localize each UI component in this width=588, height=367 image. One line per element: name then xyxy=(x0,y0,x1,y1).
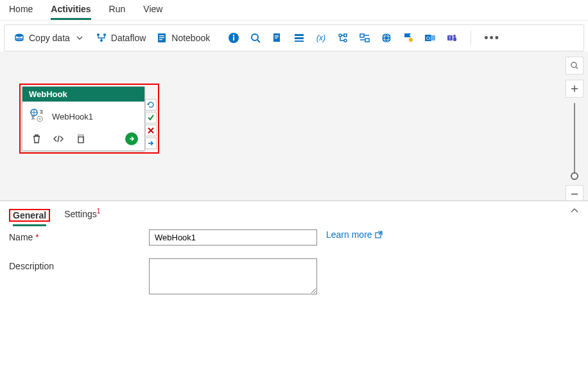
search-icon[interactable] xyxy=(250,32,261,44)
run-icon[interactable] xyxy=(125,132,138,145)
tab-home[interactable]: Home xyxy=(9,4,33,20)
svg-point-3 xyxy=(103,33,106,36)
notebook-icon xyxy=(156,32,168,44)
copy-data-label: Copy data xyxy=(29,33,70,43)
svg-rect-23 xyxy=(344,34,347,37)
svg-rect-40 xyxy=(78,137,83,143)
svg-point-35 xyxy=(453,35,456,37)
collapse-panel-icon[interactable] xyxy=(570,206,579,215)
script-icon[interactable] xyxy=(272,32,283,44)
svg-rect-7 xyxy=(159,37,164,38)
svg-text:T: T xyxy=(449,36,452,40)
svg-point-2 xyxy=(97,33,99,36)
external-link-icon xyxy=(375,231,383,238)
svg-point-29 xyxy=(409,38,413,42)
svg-rect-13 xyxy=(273,33,280,42)
svg-rect-17 xyxy=(295,34,304,36)
outlook-icon[interactable]: O xyxy=(424,32,436,44)
svg-rect-16 xyxy=(275,38,277,39)
toolbar: Copy data Dataflow Notebook (x) xyxy=(4,24,584,51)
table-icon[interactable] xyxy=(359,32,370,44)
svg-text:O: O xyxy=(426,35,430,41)
node-connectors xyxy=(145,99,157,149)
svg-point-0 xyxy=(15,34,23,37)
svg-point-11 xyxy=(233,35,234,36)
svg-rect-10 xyxy=(233,37,234,40)
list-icon[interactable] xyxy=(293,32,305,44)
top-nav: Home Activities Run View xyxy=(0,0,588,21)
name-input[interactable] xyxy=(149,229,317,246)
teams-icon[interactable]: T xyxy=(446,32,458,44)
svg-point-22 xyxy=(344,39,347,42)
svg-rect-18 xyxy=(295,37,304,39)
pipeline-canvas[interactable]: WebHook WebHook1 xyxy=(0,51,588,201)
connector-fail-icon[interactable] xyxy=(145,125,157,136)
node-title: WebHook1 xyxy=(52,112,93,121)
copy-data-icon xyxy=(13,32,25,44)
svg-rect-8 xyxy=(159,39,162,40)
delete-icon[interactable] xyxy=(31,134,42,144)
connector-success-icon[interactable] xyxy=(145,112,157,123)
tab-view[interactable]: View xyxy=(143,4,162,20)
properties-tabs: General Settings1 xyxy=(0,201,588,223)
learn-more-link[interactable]: Learn more xyxy=(326,229,383,240)
canvas-controls xyxy=(565,57,584,203)
zoom-in-icon[interactable] xyxy=(566,80,584,98)
svg-rect-24 xyxy=(360,34,364,37)
description-input[interactable] xyxy=(149,258,317,294)
svg-point-41 xyxy=(571,62,576,67)
svg-point-21 xyxy=(339,34,342,37)
tab-general[interactable]: General xyxy=(13,210,46,226)
svg-rect-25 xyxy=(365,39,369,42)
webhook-activity-node[interactable]: WebHook WebHook1 xyxy=(19,84,159,154)
svg-point-1 xyxy=(15,38,23,41)
svg-rect-6 xyxy=(159,35,164,36)
more-icon[interactable]: ••• xyxy=(484,31,500,45)
tab-settings[interactable]: Settings1 xyxy=(64,208,100,223)
svg-rect-19 xyxy=(295,40,304,42)
webhook-icon xyxy=(29,108,46,125)
connector-retry-icon[interactable] xyxy=(145,99,157,111)
zoom-slider-thumb[interactable] xyxy=(571,172,578,180)
flag-icon[interactable] xyxy=(402,32,414,44)
name-label: Name* xyxy=(9,229,144,242)
dataflow-label: Dataflow xyxy=(111,33,146,43)
svg-text:(x): (x) xyxy=(316,33,325,42)
svg-rect-14 xyxy=(275,35,279,36)
canvas-search-icon[interactable] xyxy=(566,57,584,75)
svg-rect-36 xyxy=(453,37,456,41)
description-label: Description xyxy=(9,258,144,271)
svg-point-39 xyxy=(39,118,41,120)
variable-icon[interactable]: (x) xyxy=(315,32,327,44)
settings-badge: 1 xyxy=(97,208,101,215)
zoom-slider[interactable] xyxy=(574,103,575,180)
properties-panel: General Settings1 Name* Learn more Descr… xyxy=(0,201,588,361)
tab-activities[interactable]: Activities xyxy=(51,4,91,20)
svg-point-12 xyxy=(252,34,258,40)
svg-rect-32 xyxy=(431,35,435,40)
notebook-button[interactable]: Notebook xyxy=(156,32,210,44)
tab-run[interactable]: Run xyxy=(109,4,126,20)
node-header: WebHook xyxy=(22,87,144,102)
chevron-down-icon xyxy=(74,32,85,44)
svg-point-26 xyxy=(382,33,391,42)
svg-point-4 xyxy=(100,39,103,42)
toolbar-separator xyxy=(471,31,471,45)
globe-icon[interactable] xyxy=(381,32,392,44)
tab-settings-label: Settings xyxy=(64,209,97,219)
dataflow-button[interactable]: Dataflow xyxy=(96,32,146,44)
connector-skip-icon[interactable] xyxy=(145,138,157,149)
copy-icon[interactable] xyxy=(75,134,85,144)
info-icon[interactable] xyxy=(228,32,239,44)
dataflow-icon xyxy=(96,32,107,44)
code-icon[interactable] xyxy=(53,134,64,144)
copy-data-button[interactable]: Copy data xyxy=(13,32,85,44)
svg-rect-15 xyxy=(275,37,279,37)
notebook-label: Notebook xyxy=(171,33,210,43)
pipeline-icon[interactable] xyxy=(337,32,349,44)
